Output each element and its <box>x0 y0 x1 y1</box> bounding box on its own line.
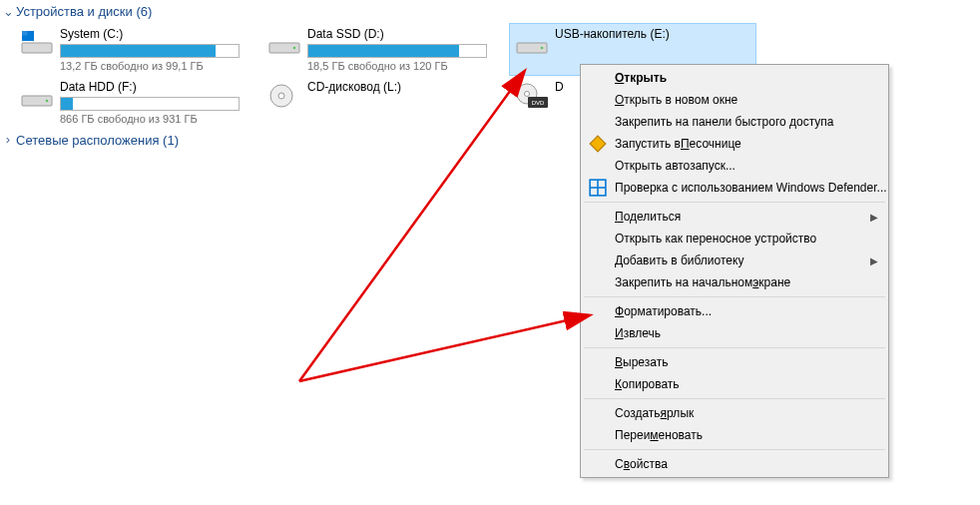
menu-format[interactable]: Форматировать... <box>583 300 886 322</box>
usb-drive-icon <box>515 29 549 57</box>
dvd-drive-icon: DVD <box>515 82 549 110</box>
menu-open-autorun[interactable]: Открыть автозапуск... <box>583 155 886 177</box>
sandbox-icon <box>589 135 607 153</box>
menu-create-shortcut[interactable]: Создать ярлык <box>583 402 886 424</box>
svg-point-6 <box>541 47 544 50</box>
menu-separator <box>584 347 885 348</box>
drive-item-cd-l[interactable]: CD-дисковод (L:) <box>261 76 509 129</box>
menu-separator <box>584 398 885 399</box>
svg-rect-0 <box>22 43 52 53</box>
section-title: Устройства и диски (6) <box>16 4 152 19</box>
context-menu: Открыть Открыть в новом окне Закрепить н… <box>580 64 889 478</box>
menu-pin-quick-access[interactable]: Закрепить на панели быстрого доступа <box>583 111 886 133</box>
svg-point-8 <box>46 100 49 103</box>
drive-subtext: 18,5 ГБ свободно из 120 ГБ <box>307 60 503 72</box>
drive-item-data-hdd-f[interactable]: Data HDD (F:) 866 ГБ свободно из 931 ГБ <box>14 76 261 129</box>
menu-run-sandbox[interactable]: Запустить в Песочнице <box>583 133 886 155</box>
menu-eject[interactable]: Извлечь <box>583 322 886 344</box>
menu-open-new-window[interactable]: Открыть в новом окне <box>583 89 886 111</box>
menu-separator <box>584 449 885 450</box>
menu-copy[interactable]: Копировать <box>583 373 886 395</box>
submenu-arrow-icon: ▶ <box>870 212 878 223</box>
chevron-right-icon: › <box>2 132 14 147</box>
svg-text:DVD: DVD <box>532 100 545 106</box>
submenu-arrow-icon: ▶ <box>870 255 878 266</box>
menu-separator <box>584 296 885 297</box>
svg-line-20 <box>299 315 589 381</box>
drive-item-data-ssd-d[interactable]: Data SSD (D:) 18,5 ГБ свободно из 120 ГБ <box>261 23 509 76</box>
svg-point-4 <box>293 47 296 50</box>
drive-label: CD-дисковод (L:) <box>307 80 503 94</box>
svg-point-12 <box>525 92 530 97</box>
os-drive-icon <box>20 29 54 57</box>
hdd-icon <box>267 29 301 57</box>
capacity-bar <box>60 97 240 111</box>
drive-label: USB-накопитель (E:) <box>555 27 750 41</box>
drive-subtext: 13,2 ГБ свободно из 99,1 ГБ <box>60 60 255 72</box>
section-header-devices[interactable]: ⌄ Устройства и диски (6) <box>0 0 980 23</box>
menu-windows-defender[interactable]: Проверка с использованием Windows Defend… <box>583 177 886 199</box>
menu-pin-start[interactable]: Закрепить на начальном экране <box>583 271 886 293</box>
cd-drive-icon <box>267 82 301 110</box>
menu-open-portable[interactable]: Открыть как переносное устройство <box>583 228 886 250</box>
svg-point-10 <box>278 93 284 99</box>
menu-properties[interactable]: Свойства <box>583 453 886 475</box>
capacity-bar <box>307 44 487 58</box>
menu-share[interactable]: Поделиться▶ <box>583 206 886 228</box>
svg-marker-15 <box>590 136 606 152</box>
drive-subtext: 866 ГБ свободно из 931 ГБ <box>60 113 255 125</box>
drive-label: Data SSD (D:) <box>307 27 503 41</box>
drive-label: System (C:) <box>60 27 255 41</box>
menu-add-library[interactable]: Добавить в библиотеку▶ <box>583 250 886 271</box>
section-title: Сетевые расположения (1) <box>16 133 179 148</box>
defender-icon <box>589 179 607 197</box>
menu-rename[interactable]: Переименовать <box>583 424 886 446</box>
svg-rect-2 <box>22 31 28 36</box>
menu-separator <box>584 202 885 203</box>
menu-cut[interactable]: Вырезать <box>583 351 886 373</box>
drive-item-system-c[interactable]: System (C:) 13,2 ГБ свободно из 99,1 ГБ <box>14 23 261 76</box>
chevron-down-icon: ⌄ <box>2 4 14 19</box>
menu-open[interactable]: Открыть <box>583 67 886 89</box>
capacity-bar <box>60 44 240 58</box>
drive-label: Data HDD (F:) <box>60 80 255 94</box>
hdd-icon <box>20 82 54 110</box>
